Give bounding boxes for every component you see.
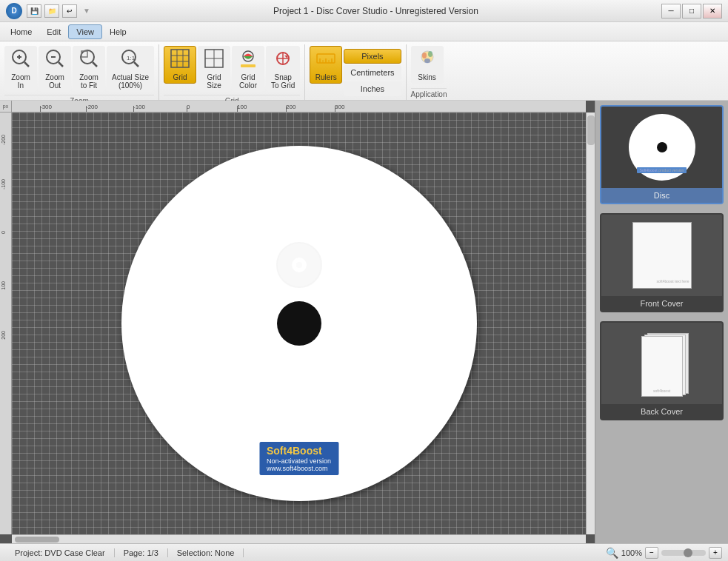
zoom-fit-label: Zoomto Fit	[79, 73, 98, 90]
rulers-label: Rulers	[315, 73, 337, 81]
menu-edit[interactable]: Edit	[39, 25, 68, 38]
zoom-fit-icon	[79, 48, 99, 72]
main-area: px -300 -200 -100 0 100 200 300	[0, 101, 728, 543]
skins-icon	[417, 48, 438, 72]
actual-size-icon: 1:1	[120, 48, 141, 72]
back-cover-thumb-wrap: soft4boost	[632, 330, 692, 397]
vertical-scrollbar[interactable]	[586, 112, 595, 534]
app-icon: D	[6, 3, 22, 19]
centimeters-button[interactable]: Centimeters	[344, 65, 401, 80]
skins-label: Skins	[418, 73, 435, 81]
vertical-ruler: -200 -100 0 100 200	[0, 112, 12, 534]
rulers-button[interactable]: Rulers	[310, 46, 342, 84]
disc-thumb-label: Soft4boost product version	[637, 167, 687, 173]
svg-rect-13	[171, 50, 189, 67]
zoom-slider-thumb[interactable]	[684, 548, 692, 557]
horizontal-scrollbar[interactable]	[12, 534, 586, 543]
undo-button[interactable]: ↩	[62, 4, 77, 18]
ribbon-group-rulers: Rulers Pixels Centimeters Inches Rulers	[305, 44, 406, 100]
zoom-in-label: ZoomIn	[11, 73, 30, 90]
ribbon: ZoomIn ZoomOut Zoomto Fit 1:1 Actual Siz…	[0, 41, 728, 101]
grid-size-button[interactable]: GridSize	[198, 46, 230, 92]
grid-color-button[interactable]: GridColor	[232, 46, 264, 92]
panel-item-disc[interactable]: Soft4boost product version Disc	[600, 105, 724, 204]
watermark-4: 4	[287, 445, 293, 457]
grid-color-label: GridColor	[239, 73, 257, 90]
title-bar-left: D 💾 📁 ↩ ▼	[6, 3, 90, 19]
title-bar-controls: ─ □ ✕	[661, 4, 722, 19]
canvas-scroll-area[interactable]: Soft4Boost Non-activated version www.sof…	[12, 112, 586, 534]
selection-status: Selection: None	[168, 548, 244, 557]
ribbon-group-grid-content: Grid GridSize	[164, 44, 300, 93]
skins-button[interactable]: Skins	[411, 46, 444, 84]
menu-home[interactable]: Home	[3, 25, 39, 38]
watermark-line1: Non-activated version	[267, 457, 331, 465]
grid-size-label: GridSize	[207, 73, 221, 90]
front-cover-panel-label: Front Cover	[601, 296, 722, 311]
quick-access: 💾 📁 ↩ ▼	[27, 4, 90, 18]
watermark-boost: Boost	[293, 445, 322, 457]
back-page-1: soft4boost	[641, 336, 683, 397]
zoom-out-button[interactable]: ZoomOut	[39, 46, 71, 92]
front-cover-thumbnail: soft4boost text here	[601, 215, 722, 296]
vscroll-thumb[interactable]	[587, 115, 595, 145]
quick-access-dropdown[interactable]: ▼	[80, 7, 90, 15]
zoom-decrease-button[interactable]: −	[645, 547, 658, 559]
grid-color-icon	[238, 48, 258, 72]
zoom-in-icon	[10, 48, 31, 72]
application-group-label: Application	[411, 88, 447, 100]
watermark-box: Soft4Boost Non-activated version www.sof…	[259, 442, 338, 475]
menu-help[interactable]: Help	[102, 25, 134, 38]
menu-view[interactable]: View	[68, 24, 102, 39]
svg-point-33	[424, 58, 430, 63]
disc-hole	[277, 301, 321, 346]
menu-bar: Home Edit View Help	[0, 22, 728, 41]
horizontal-ruler: -300 -200 -100 0 100 200 300	[12, 101, 586, 112]
ribbon-group-grid: Grid GridSize	[159, 44, 305, 100]
pixels-button[interactable]: Pixels	[344, 49, 401, 64]
svg-line-12	[134, 62, 138, 67]
panel-item-back-cover[interactable]: soft4boost Back Cover	[600, 321, 724, 420]
watermark-line2: www.soft4boost.com	[267, 465, 331, 472]
snap-to-grid-icon	[273, 48, 293, 72]
actual-size-label: Actual Size(100%)	[112, 73, 149, 90]
ruler-corner: px	[0, 101, 12, 112]
close-button[interactable]: ✕	[703, 4, 722, 19]
canvas-area[interactable]: px -300 -200 -100 0 100 200 300	[0, 101, 595, 543]
grid-button[interactable]: Grid	[164, 46, 196, 84]
open-button[interactable]: 📁	[44, 4, 59, 18]
title-bar-title: Project 1 - Disc Cover Studio - Unregist…	[90, 6, 661, 16]
grid-icon	[170, 48, 190, 72]
zoom-fit-button[interactable]: Zoomto Fit	[73, 46, 105, 92]
panel-item-front-cover[interactable]: soft4boost text here Front Cover	[600, 213, 724, 312]
disc-thumbnail: Soft4boost product version	[601, 107, 722, 188]
ribbon-group-zoom-content: ZoomIn ZoomOut Zoomto Fit 1:1 Actual Siz…	[4, 44, 154, 93]
right-panel: Soft4boost product version Disc soft4boo…	[595, 101, 728, 543]
back-cover-thumbnail: soft4boost	[601, 323, 722, 404]
watermark-overlay: Soft4Boost Non-activated version www.sof…	[259, 442, 338, 475]
snap-to-grid-button[interactable]: SnapTo Grid	[266, 46, 300, 92]
title-bar: D 💾 📁 ↩ ▼ Project 1 - Disc Cover Studio …	[0, 0, 728, 22]
page-status: Page: 1/3	[115, 548, 168, 557]
disc-panel-label: Disc	[601, 188, 722, 203]
status-bar: Project: DVD Case Clear Page: 1/3 Select…	[0, 543, 728, 561]
actual-size-button[interactable]: 1:1 Actual Size(100%)	[107, 46, 154, 92]
grid-size-icon	[204, 48, 224, 72]
hscroll-thumb[interactable]	[15, 537, 59, 542]
zoom-track[interactable]	[661, 550, 706, 556]
save-button[interactable]: 💾	[27, 4, 41, 18]
cd-icon-overlay	[273, 239, 325, 292]
zoom-out-icon	[44, 48, 65, 72]
zoom-in-button[interactable]: ZoomIn	[4, 46, 37, 92]
maximize-button[interactable]: □	[682, 4, 701, 19]
front-cover-inner: soft4boost text here	[633, 223, 691, 288]
svg-line-9	[93, 62, 97, 67]
grid-label: Grid	[173, 73, 187, 81]
ribbon-group-rulers-content: Rulers Pixels Centimeters Inches	[310, 44, 401, 101]
snap-to-grid-label: SnapTo Grid	[271, 73, 295, 90]
svg-point-36	[296, 262, 302, 268]
inches-button[interactable]: Inches	[344, 81, 401, 96]
zoom-increase-button[interactable]: +	[709, 547, 722, 559]
minimize-button[interactable]: ─	[661, 4, 681, 19]
ribbon-group-zoom: ZoomIn ZoomOut Zoomto Fit 1:1 Actual Siz…	[0, 44, 159, 100]
